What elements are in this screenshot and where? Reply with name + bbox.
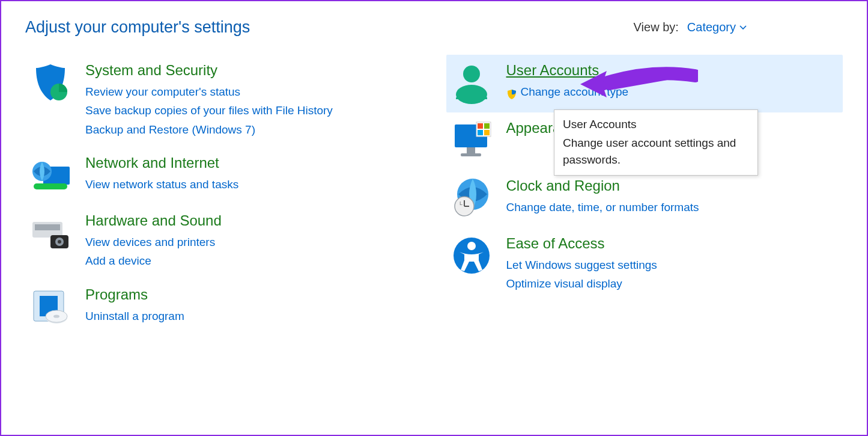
link-optimize-visual-display[interactable]: Optimize visual display — [506, 274, 657, 293]
svg-rect-2 — [34, 183, 67, 189]
category-title[interactable]: Clock and Region — [506, 177, 620, 194]
svg-rect-18 — [461, 153, 481, 156]
hardware-icon — [29, 211, 72, 254]
category-network-internet: Network and Internet View network status… — [25, 147, 422, 205]
link-text: Change account type — [521, 82, 629, 101]
left-column: System and Security Review your computer… — [25, 55, 422, 337]
category-clock-region: L Clock and Region Change date, time, or… — [446, 170, 843, 228]
svg-point-15 — [456, 85, 487, 104]
category-title[interactable]: Hardware and Sound — [85, 212, 222, 229]
link-file-history-backup[interactable]: Save backup copies of your files with Fi… — [85, 101, 333, 120]
right-column: User Accounts Change account type — [446, 55, 843, 337]
category-title[interactable]: Ease of Access — [506, 235, 605, 252]
category-system-security: System and Security Review your computer… — [25, 55, 422, 147]
network-icon — [29, 153, 72, 197]
link-backup-restore-win7[interactable]: Backup and Restore (Windows 7) — [85, 120, 333, 139]
tooltip-user-accounts: User Accounts Change user account settin… — [554, 109, 758, 176]
link-change-account-type[interactable]: Change account type — [506, 82, 629, 101]
category-title[interactable]: System and Security — [85, 62, 217, 79]
svg-point-14 — [463, 66, 480, 82]
link-review-status[interactable]: Review your computer's status — [85, 82, 333, 101]
link-windows-suggest-settings[interactable]: Let Windows suggest settings — [506, 256, 657, 274]
view-by-dropdown[interactable]: Category — [687, 20, 747, 34]
svg-rect-20 — [478, 123, 483, 129]
ease-of-access-icon — [450, 234, 493, 277]
chevron-down-icon — [739, 25, 747, 30]
category-title[interactable]: Network and Internet — [85, 155, 219, 171]
category-ease-of-access: Ease of Access Let Windows suggest setti… — [446, 228, 843, 302]
link-devices-printers[interactable]: View devices and printers — [85, 233, 222, 251]
view-by-label: View by: — [634, 20, 679, 34]
category-hardware-sound: Hardware and Sound View devices and prin… — [25, 205, 422, 279]
appearance-icon — [450, 118, 493, 162]
svg-point-30 — [467, 242, 476, 250]
link-network-status[interactable]: View network status and tasks — [85, 175, 238, 194]
user-accounts-icon — [450, 61, 493, 104]
svg-text:L: L — [460, 200, 463, 206]
svg-rect-23 — [484, 130, 490, 135]
tooltip-title: User Accounts — [563, 116, 749, 134]
category-title[interactable]: User Accounts — [506, 62, 599, 79]
svg-point-13 — [53, 315, 59, 318]
tooltip-body: Change user account settings and passwor… — [563, 135, 749, 169]
category-user-accounts: User Accounts Change account type — [446, 55, 843, 112]
category-title[interactable]: Programs — [85, 286, 148, 303]
uac-shield-icon — [506, 87, 517, 97]
link-uninstall-program[interactable]: Uninstall a program — [85, 307, 184, 325]
view-by: View by: Category — [634, 20, 747, 34]
view-by-value-text: Category — [687, 20, 736, 34]
category-programs: Programs Uninstall a program — [25, 279, 422, 337]
link-add-device[interactable]: Add a device — [85, 251, 222, 270]
svg-rect-5 — [35, 224, 60, 230]
link-date-time-formats[interactable]: Change date, time, or number formats — [506, 198, 699, 216]
page-title: Adjust your computer's settings — [25, 18, 250, 37]
svg-rect-21 — [484, 123, 490, 129]
svg-rect-22 — [478, 130, 483, 135]
svg-rect-17 — [467, 147, 475, 153]
clock-region-icon: L — [450, 176, 493, 220]
programs-icon — [29, 285, 72, 328]
svg-point-8 — [58, 240, 61, 244]
shield-icon — [29, 61, 72, 104]
